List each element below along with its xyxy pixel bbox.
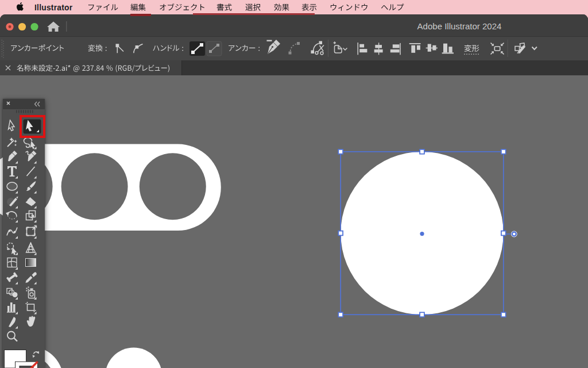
svg-text:Adobe Illustrator 2024: Adobe Illustrator 2024 bbox=[417, 21, 502, 31]
svg-text:Illustrator: Illustrator bbox=[34, 3, 73, 12]
